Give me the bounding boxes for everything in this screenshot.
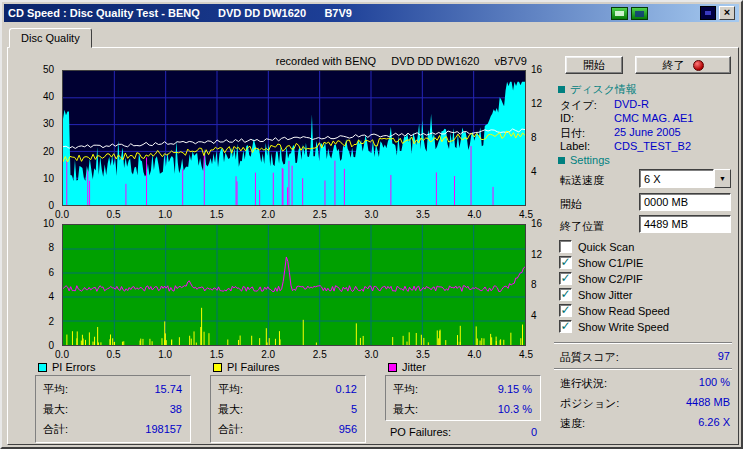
speed-label: 転送速度: [560, 173, 604, 188]
stat-row: 最大:5: [211, 399, 365, 419]
titlebar-buttons: ×: [611, 6, 735, 20]
tab-label: Disc Quality: [21, 32, 80, 44]
close-button[interactable]: ×: [719, 6, 735, 20]
stat-row: 最大:10.3 %: [386, 399, 540, 419]
chart-recorded-with-label: recorded with BENQ DVD DD DW1620 vB7V9: [162, 55, 527, 67]
speed-select[interactable]: 6 X ▼: [639, 169, 731, 188]
pi-failures-swatch: [213, 363, 222, 372]
legend-pi-errors: PI Errors: [38, 361, 95, 373]
jitter-swatch: [388, 363, 397, 372]
app-window: CD Speed : Disc Quality Test - BENQ DVD …: [0, 0, 743, 449]
checkbox-show-write-speed[interactable]: ✓ Show Write Speed: [559, 320, 669, 333]
exit-button[interactable]: 終了: [635, 56, 731, 74]
stat-row: 合計:198157: [36, 419, 190, 439]
chevron-down-icon[interactable]: ▼: [714, 169, 731, 188]
quality-score-row: 品質スコア: 97: [560, 350, 730, 365]
square-bullet-icon: [558, 86, 565, 93]
disc-info-row-date: 日付:25 June 2005: [560, 126, 732, 141]
settings-header: Settings: [558, 154, 610, 166]
window-title: CD Speed : Disc Quality Test - BENQ DVD …: [8, 7, 352, 19]
checkbox-show-c2-pif[interactable]: ✓ Show C2/PIF: [559, 272, 643, 285]
stat-row: 平均:9.15 %: [386, 379, 540, 399]
app-icon: [700, 6, 716, 20]
graph-export-icon[interactable]: [611, 7, 628, 20]
pi-errors-swatch: [38, 363, 47, 372]
divider: [554, 368, 732, 370]
exit-icon: [693, 60, 704, 71]
checkbox-box[interactable]: ✓: [559, 272, 572, 285]
stat-row: 平均:0.12: [211, 379, 365, 399]
jitter-stats-box: 平均:9.15 % 最大:10.3 %: [385, 375, 541, 421]
pi-errors-stats-box: 平均:15.74 最大:38 合計:198157: [35, 375, 191, 443]
end-position-label: 終了位置: [560, 219, 604, 234]
square-bullet-icon: [558, 157, 565, 164]
checkbox-quick-scan[interactable]: ✓ Quick Scan: [559, 240, 634, 253]
titlebar[interactable]: CD Speed : Disc Quality Test - BENQ DVD …: [4, 4, 739, 22]
save-icon[interactable]: [631, 7, 648, 20]
divider: [554, 342, 732, 344]
speed-row: 速度: 6.26 X: [560, 416, 730, 431]
pi-errors-title: PI Errors: [52, 361, 95, 373]
position-row: ポジション: 4488 MB: [560, 396, 730, 411]
checkbox-box[interactable]: ✓: [559, 256, 572, 269]
disc-info-header: ディスク情報: [558, 82, 637, 97]
checkbox-box[interactable]: ✓: [559, 320, 572, 333]
end-position-input[interactable]: 4489 MB: [639, 215, 731, 233]
checkbox-box[interactable]: ✓: [559, 288, 572, 301]
titlebar-spacer: [651, 13, 697, 14]
start-mb-input[interactable]: 0000 MB: [639, 193, 731, 211]
stat-row: 平均:15.74: [36, 379, 190, 399]
checkbox-show-jitter[interactable]: ✓ Show Jitter: [559, 288, 632, 301]
disc-info-row-type: タイプ:DVD-R: [560, 98, 732, 113]
legend-pi-failures: PI Failures: [213, 361, 280, 373]
speed-select-value[interactable]: 6 X: [639, 169, 714, 188]
start-button[interactable]: 開始: [565, 56, 623, 74]
stat-row: 合計:956: [211, 419, 365, 439]
pi-errors-chart: [62, 70, 526, 206]
legend-jitter: Jitter: [388, 361, 426, 373]
pi-failures-title: PI Failures: [227, 361, 280, 373]
checkbox-box[interactable]: ✓: [559, 304, 572, 317]
jitter-pif-chart: [62, 224, 526, 346]
disc-info-row-id: ID:CMC MAG. AE1: [560, 112, 732, 124]
checkbox-show-read-speed[interactable]: ✓ Show Read Speed: [559, 304, 670, 317]
pi-failures-stats-box: 平均:0.12 最大:5 合計:956: [210, 375, 366, 443]
checkbox-show-c1-pie[interactable]: ✓ Show C1/PIE: [559, 256, 643, 269]
checkbox-box[interactable]: ✓: [559, 240, 572, 253]
disc-info-row-label: Label:CDS_TEST_B2: [560, 140, 732, 152]
tab-disc-quality[interactable]: Disc Quality: [9, 28, 92, 48]
stat-row: 最大:38: [36, 399, 190, 419]
progress-row: 進行状況: 100 %: [560, 376, 730, 391]
start-mb-label: 開始: [560, 197, 582, 212]
po-failures-row: PO Failures: 0: [390, 426, 537, 438]
jitter-title: Jitter: [402, 361, 426, 373]
